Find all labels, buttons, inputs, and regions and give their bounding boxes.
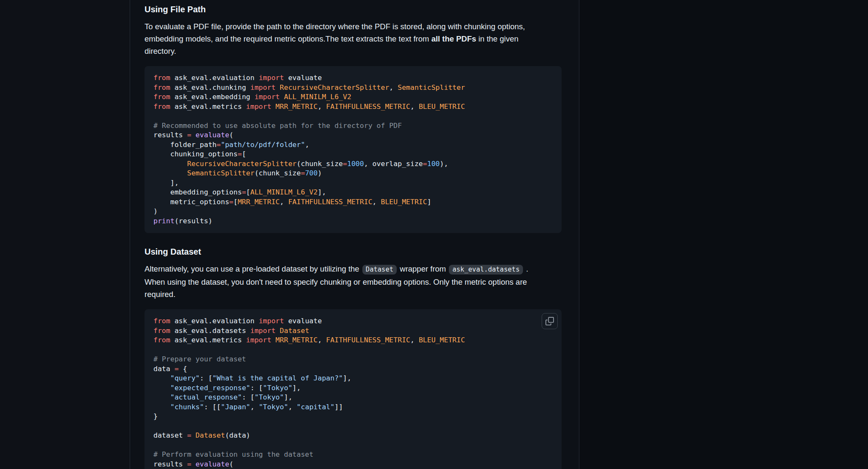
- code-block-file-path: from ask_eval.evaluation import evaluate…: [145, 66, 562, 233]
- code-line: metric_options=[MRR_METRIC, FAITHFULLNES…: [153, 197, 553, 207]
- code-line: from ask_eval.evaluation import evaluate: [153, 73, 553, 83]
- code-line: from ask_eval.chunking import RecursiveC…: [153, 83, 553, 93]
- readme-article: Using File Path To evaluate a PDF file, …: [145, 0, 562, 469]
- code-block-dataset: from ask_eval.evaluation import evaluate…: [145, 309, 562, 469]
- code-line: ): [153, 207, 553, 216]
- code-line: dataset = Dataset(data): [153, 431, 553, 441]
- code-line: "expected_response": ["Tokyo"],: [153, 383, 553, 393]
- code-line: [153, 345, 553, 355]
- code-line: "chunks": [["Japan", "Tokyo", "capital"]…: [153, 402, 553, 412]
- code-line: # Perform evaluation using the dataset: [153, 450, 553, 460]
- text-line: required.: [145, 288, 562, 300]
- copy-button[interactable]: [542, 313, 558, 329]
- text-line: Alternatively, you can use a pre-loaded …: [145, 263, 562, 276]
- code-line: [153, 111, 553, 121]
- section-heading-using-file-path: Using File Path: [145, 4, 562, 15]
- inline-code: ask_eval.datasets: [449, 265, 523, 275]
- code-line: SemanticSplitter(chunk_size=700): [153, 169, 553, 178]
- paragraph-dataset: Alternatively, you can use a pre-loaded …: [145, 263, 562, 300]
- code-content-file-path: from ask_eval.evaluation import evaluate…: [145, 66, 562, 233]
- text-line: directory.: [145, 45, 562, 57]
- inline-code: Dataset: [362, 265, 397, 275]
- code-line: results = evaluate(: [153, 460, 553, 469]
- code-line: print(results): [153, 216, 553, 226]
- code-line: from ask_eval.embedding import ALL_MINIL…: [153, 92, 553, 102]
- code-line: [153, 422, 553, 431]
- code-line: # Recommended to use absolute path for t…: [153, 121, 553, 131]
- code-line: from ask_eval.datasets import Dataset: [153, 326, 553, 336]
- page: Using File Path To evaluate a PDF file, …: [0, 0, 868, 469]
- code-line: from ask_eval.evaluation import evaluate: [153, 316, 553, 326]
- code-line: # Prepare your dataset: [153, 355, 553, 364]
- readme-content-pane: Using File Path To evaluate a PDF file, …: [130, 0, 579, 469]
- code-line: results = evaluate(: [153, 130, 553, 140]
- code-line: folder_path="path/to/pdf/folder",: [153, 140, 553, 150]
- code-line: RecursiveCharacterSplitter(chunk_size=10…: [153, 159, 553, 169]
- code-line: "actual_response": ["Tokyo"],: [153, 393, 553, 402]
- section-heading-using-dataset: Using Dataset: [145, 246, 562, 257]
- paragraph-file-path: To evaluate a PDF file, provide the path…: [145, 20, 562, 57]
- text-line: To evaluate a PDF file, provide the path…: [145, 20, 562, 33]
- left-rail: [0, 0, 130, 469]
- code-line: embedding_options=[ALL_MINILM_L6_V2],: [153, 188, 553, 197]
- code-line: ],: [153, 178, 553, 188]
- code-line: [153, 441, 553, 450]
- code-line: }: [153, 412, 553, 422]
- code-line: "query": ["What is the capital of Japan?…: [153, 374, 553, 383]
- code-content-dataset: from ask_eval.evaluation import evaluate…: [145, 309, 562, 469]
- code-line: from ask_eval.metrics import MRR_METRIC,…: [153, 102, 553, 112]
- code-line: data = {: [153, 364, 553, 374]
- copy-icon: [545, 317, 554, 325]
- text-line: embedding models, and the required metri…: [145, 33, 562, 45]
- code-line: chunking_options=[: [153, 150, 553, 159]
- code-line: from ask_eval.metrics import MRR_METRIC,…: [153, 336, 553, 345]
- right-pane: [579, 0, 868, 469]
- text-line: When using the dataset, you don't need t…: [145, 276, 562, 288]
